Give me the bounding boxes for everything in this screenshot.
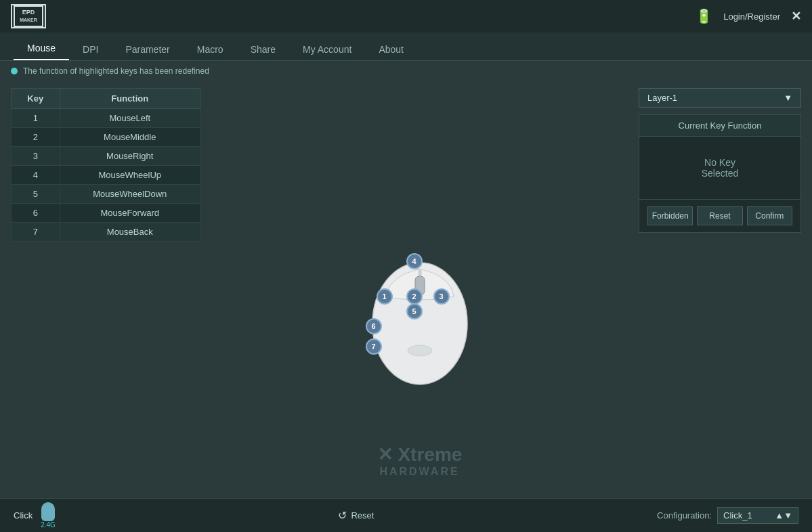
function-cell: MouseBack (60, 223, 200, 242)
current-key-title: Current Key Function (639, 115, 800, 137)
table-row[interactable]: 7MouseBack (12, 223, 200, 242)
info-bar: The function of highlighted keys has bee… (0, 61, 812, 81)
config-select[interactable]: Click_1 ▲▼ (717, 507, 798, 524)
mouse-indicator: 2.4G (41, 502, 56, 529)
nav-item-about[interactable]: About (365, 39, 417, 60)
nav-item-mouse[interactable]: Mouse (14, 37, 69, 60)
info-message: The function of highlighted keys has bee… (23, 66, 209, 76)
config-chevron-icon: ▲▼ (775, 510, 792, 520)
mouse-diagram: 1 2 3 4 5 6 7 (345, 188, 494, 391)
watermark-line1: ✕ Xtreme (377, 443, 463, 466)
nav-item-macro[interactable]: Macro (184, 39, 237, 60)
key-badge-2[interactable]: 2 (406, 288, 423, 305)
reset-key-button[interactable]: Reset (697, 206, 742, 225)
function-cell: MouseWheelUp (60, 166, 200, 185)
key-table-body: 1MouseLeft2MouseMiddle3MouseRight4MouseW… (12, 109, 200, 242)
bottom-left: Click 2.4G (14, 502, 56, 529)
key-badge-3[interactable]: 3 (433, 288, 450, 305)
layer-label: Layer-1 (647, 93, 677, 103)
key-cell: 1 (12, 109, 60, 128)
reset-button[interactable]: ↺ Reset (338, 509, 374, 522)
table-row[interactable]: 2MouseMiddle (12, 128, 200, 147)
mouse-area: 1 2 3 4 5 6 7 ✕ Xtreme HARDWARE (211, 88, 628, 491)
no-key-line2: Selected (647, 168, 792, 179)
key-table-wrapper: Key Function 1MouseLeft2MouseMiddle3Mous… (11, 88, 200, 491)
function-cell: MouseLeft (60, 109, 200, 128)
key-cell: 3 (12, 147, 60, 166)
bottom-bar: Click 2.4G ↺ Reset Configuration: Click_… (0, 498, 812, 532)
title-right: 🔋 Login/Register ✕ (696, 8, 801, 24)
key-badge-4[interactable]: 4 (406, 253, 423, 269)
current-key-panel: Current Key Function No Key Selected For… (639, 114, 801, 233)
nav-item-dpi[interactable]: DPI (69, 39, 112, 60)
svg-text:MAKER: MAKER (20, 18, 37, 22)
table-row[interactable]: 1MouseLeft (12, 109, 200, 128)
reset-label: Reset (351, 510, 374, 520)
close-button[interactable]: ✕ (791, 9, 801, 24)
config-row: Configuration: Click_1 ▲▼ (657, 507, 798, 524)
key-cell: 4 (12, 166, 60, 185)
watermark: ✕ Xtreme HARDWARE (377, 443, 463, 478)
function-cell: MouseRight (60, 147, 200, 166)
watermark-line2: HARDWARE (377, 466, 463, 478)
title-bar: EPD MAKER 🔋 Login/Register ✕ (0, 0, 812, 32)
battery-icon: 🔋 (696, 8, 712, 24)
function-cell: MouseMiddle (60, 128, 200, 147)
config-value: Click_1 (723, 510, 752, 520)
function-cell: MouseForward (60, 204, 200, 223)
app-logo: EPD MAKER (11, 4, 46, 28)
nav-item-myaccount[interactable]: My Account (289, 39, 365, 60)
function-col-header: Function (60, 89, 200, 109)
key-cell: 7 (12, 223, 60, 242)
key-cell: 6 (12, 204, 60, 223)
mouse-mini-icon (41, 502, 55, 521)
key-cell: 5 (12, 185, 60, 204)
confirm-button[interactable]: Confirm (747, 206, 792, 225)
current-key-body: No Key Selected (639, 137, 800, 199)
chevron-down-icon: ▼ (784, 93, 792, 103)
function-cell: MouseWheelDown (60, 185, 200, 204)
key-badge-5[interactable]: 5 (406, 303, 423, 319)
wireless-badge: 2.4G (41, 521, 56, 529)
key-cell: 2 (12, 128, 60, 147)
reset-icon: ↺ (338, 509, 347, 522)
table-row[interactable]: 5MouseWheelDown (12, 185, 200, 204)
layer-dropdown[interactable]: Layer-1 ▼ (639, 88, 801, 108)
status-dot (11, 68, 18, 74)
svg-text:EPD: EPD (22, 9, 35, 16)
table-row[interactable]: 3MouseRight (12, 147, 200, 166)
current-key-buttons: Forbidden Reset Confirm (639, 199, 800, 232)
key-badge-7[interactable]: 7 (366, 338, 382, 355)
forbidden-button[interactable]: Forbidden (647, 206, 693, 225)
table-row[interactable]: 6MouseForward (12, 204, 200, 223)
key-table: Key Function 1MouseLeft2MouseMiddle3Mous… (11, 88, 200, 242)
click-label: Click (14, 510, 33, 520)
no-key-line1: No Key (647, 157, 792, 168)
config-label: Configuration: (657, 510, 712, 520)
right-panel: Layer-1 ▼ Current Key Function No Key Se… (639, 88, 801, 491)
nav-item-parameter[interactable]: Parameter (112, 39, 183, 60)
key-badge-6[interactable]: 6 (366, 318, 382, 334)
nav-bar: Mouse DPI Parameter Macro Share My Accou… (0, 32, 812, 61)
main-content: Key Function 1MouseLeft2MouseMiddle3Mous… (0, 81, 812, 498)
key-col-header: Key (12, 89, 60, 109)
login-register-button[interactable]: Login/Register (723, 12, 780, 22)
nav-item-share[interactable]: Share (237, 39, 289, 60)
svg-point-6 (408, 345, 432, 356)
table-row[interactable]: 4MouseWheelUp (12, 166, 200, 185)
key-badge-1[interactable]: 1 (377, 288, 393, 305)
